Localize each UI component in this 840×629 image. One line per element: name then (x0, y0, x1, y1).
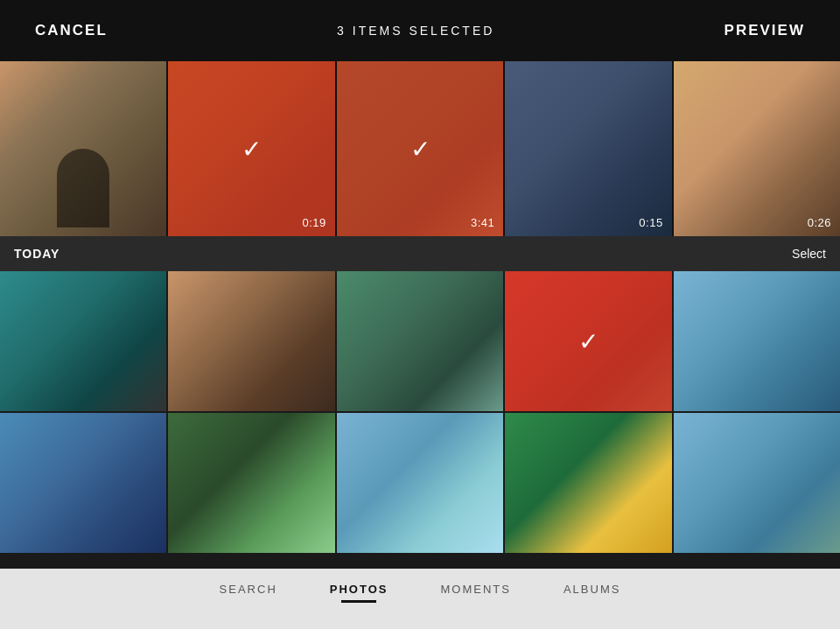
photo-cell-p9[interactable] (505, 413, 671, 553)
video-row: ✓ 0:19 ✓ 3:41 0:15 0:26 (0, 61, 840, 236)
photo-bg-p7 (168, 413, 334, 553)
check-icon-3: ✓ (410, 135, 430, 164)
photo-bg-p2 (168, 271, 334, 411)
section-header-today: TODAY Select (0, 236, 840, 271)
selected-overlay-3: ✓ (337, 61, 503, 236)
photo-row-2 (0, 413, 840, 553)
selected-overlay-p4: ✓ (505, 271, 671, 411)
photo-bg-p10 (674, 413, 840, 553)
preview-button[interactable]: PREVIEW (724, 22, 805, 39)
tab-photos[interactable]: PHOTOS (330, 583, 388, 603)
check-icon-p4: ✓ (578, 327, 598, 356)
photo-row-1: ✓ (0, 271, 840, 411)
video-cell-5[interactable]: 0:26 (674, 61, 840, 236)
duration-4: 0:15 (639, 216, 662, 229)
video-cell-4[interactable]: 0:15 (505, 61, 671, 236)
photo-bg-p6 (0, 413, 166, 553)
photo-cell-p1[interactable] (0, 271, 166, 411)
photo-bg-p9 (505, 413, 671, 553)
photo-cell-p6[interactable] (0, 413, 166, 553)
selection-count: 3 ITEMS SELECTED (337, 24, 494, 38)
photo-bg-p3 (337, 271, 503, 411)
selected-overlay-2: ✓ (168, 61, 334, 236)
section-select-btn[interactable]: Select (792, 247, 826, 261)
photo-cell-p8[interactable] (337, 413, 503, 553)
photo-cell-p10[interactable] (674, 413, 840, 553)
photo-cell-p7[interactable] (168, 413, 334, 553)
photo-cell-p2[interactable] (168, 271, 334, 411)
duration-3: 3:41 (471, 216, 494, 229)
duration-2: 0:19 (303, 216, 326, 229)
tab-albums[interactable]: ALBUMS (564, 583, 620, 603)
photo-cell-p3[interactable] (337, 271, 503, 411)
section-label-today: TODAY (14, 247, 60, 261)
duration-5: 0:26 (808, 216, 831, 229)
video-thumbnail-4 (505, 61, 671, 236)
tab-search[interactable]: SEARCH (220, 583, 277, 603)
video-cell-2[interactable]: ✓ 0:19 (168, 61, 334, 236)
photo-grid: ✓ (0, 271, 840, 553)
tab-moments[interactable]: MOMENTS (440, 583, 510, 603)
photo-cell-p5[interactable] (674, 271, 840, 411)
photo-bg-p8 (337, 413, 503, 553)
photo-bg-p1 (0, 271, 166, 411)
top-bar: CANCEL 3 ITEMS SELECTED PREVIEW (0, 0, 840, 61)
photo-cell-p4[interactable]: ✓ (505, 271, 671, 411)
video-cell-1[interactable] (0, 61, 166, 236)
cancel-button[interactable]: CANCEL (35, 22, 108, 39)
tab-bar: SEARCH PHOTOS MOMENTS ALBUMS (0, 569, 840, 629)
check-icon-2: ✓ (242, 135, 262, 164)
photo-bg-p5 (674, 271, 840, 411)
video-cell-3[interactable]: ✓ 3:41 (337, 61, 503, 236)
video-thumbnail-5 (674, 61, 840, 236)
video-thumbnail-1 (0, 61, 166, 236)
